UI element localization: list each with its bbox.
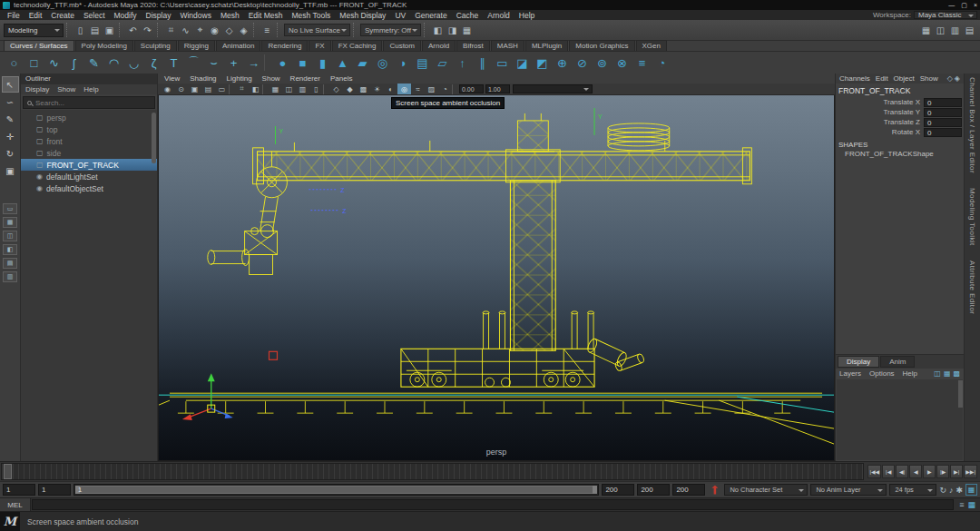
channel-box-menu-item[interactable]: Object — [894, 74, 915, 83]
persp-graph-layout-button[interactable]: ▤ — [3, 258, 17, 269]
layer-editor-tab[interactable]: Display — [838, 356, 879, 368]
separator[interactable] — [277, 23, 281, 37]
film-gate-icon[interactable]: ▯ — [309, 84, 323, 94]
loft-icon[interactable]: ▤ — [413, 54, 432, 72]
view-transform-dropdown[interactable] — [513, 84, 593, 93]
undo-icon[interactable]: ↶ — [126, 24, 140, 37]
menu-item[interactable]: Display — [142, 11, 176, 20]
viewport-menu-item[interactable]: Panels — [330, 74, 352, 83]
sidebar-toggle-icon[interactable]: ▤ — [963, 24, 976, 37]
channel-box-menu-item[interactable]: Channels — [839, 74, 870, 83]
layer-list-scrollbar[interactable] — [958, 380, 963, 408]
construction-history-icon[interactable]: ≡ — [260, 24, 274, 37]
character-set-selector[interactable]: No Character Set — [724, 484, 808, 496]
snap-to-view-plane-icon[interactable]: ◇ — [222, 24, 236, 37]
menu-item[interactable]: Edit — [24, 11, 47, 20]
shelf-tab[interactable]: FX — [309, 40, 330, 51]
new-scene-icon[interactable]: ▯ — [74, 24, 87, 37]
separator[interactable] — [452, 84, 458, 94]
range-end-handle[interactable] — [593, 486, 597, 494]
tab-modeling-toolkit[interactable]: Modeling Toolkit — [968, 188, 976, 246]
insert-isoparm-icon[interactable]: ≡ — [632, 54, 652, 72]
shelf-tab[interactable]: Arnold — [422, 40, 456, 51]
rotate-tool-icon[interactable]: ↻ — [3, 146, 18, 161]
intersect-surfaces-icon[interactable]: ⊗ — [612, 54, 632, 72]
shelf-tab[interactable]: FX Caching — [332, 40, 383, 51]
separator[interactable] — [323, 84, 329, 94]
detach-curves-icon[interactable]: ⌣ — [204, 54, 223, 72]
two-d-pan-zoom-icon[interactable]: ⌗ — [235, 84, 249, 94]
menu-item[interactable]: UV — [390, 11, 410, 20]
outliner-menu-item[interactable]: Show — [57, 85, 75, 93]
shelf-tab[interactable]: Animation — [216, 40, 261, 51]
go-to-start-button[interactable]: |◀◀ — [867, 465, 881, 478]
depth-of-field-icon[interactable]: ◔ — [438, 84, 452, 94]
move-tool-icon[interactable]: ✛ — [3, 129, 18, 143]
menu-item[interactable]: Arnold — [483, 11, 514, 20]
make-live-icon[interactable]: ◈ — [237, 24, 250, 37]
menu-item[interactable]: Mesh Display — [335, 11, 390, 20]
project-curve-icon[interactable]: ⊕ — [553, 54, 572, 72]
pin-channel-box-icon[interactable]: ◈ — [955, 74, 960, 83]
grid-display-icon[interactable]: ▦ — [919, 24, 933, 37]
four-pane-layout-button[interactable]: ▦ — [3, 217, 17, 228]
gamma-field[interactable]: 1.00 — [485, 84, 510, 93]
channel-box-menu-item[interactable]: Edit — [876, 74, 888, 83]
step-back-key-button[interactable]: ◀| — [896, 465, 908, 478]
animation-preferences-icon[interactable]: ▦ — [965, 484, 977, 496]
shelf-tab[interactable]: Poly Modeling — [75, 40, 133, 51]
menu-item[interactable]: Select — [79, 11, 110, 20]
menu-set-selector[interactable]: Modeling — [4, 24, 64, 37]
hypershade-layout-button[interactable]: ▥ — [3, 271, 17, 282]
layer-editor-menu-item[interactable]: Layers — [839, 369, 861, 378]
shelf-tab[interactable]: Curves / Surfaces — [4, 40, 74, 51]
gate-mask-icon[interactable]: ▥ — [296, 84, 309, 94]
workspace-selector[interactable]: Maya Classic — [914, 11, 977, 19]
cv-curve-tool-icon[interactable]: ʃ — [64, 54, 83, 72]
wireframe-icon[interactable]: ◇ — [329, 84, 343, 94]
channel-value-field[interactable]: 0 — [924, 118, 962, 127]
shelf-tab[interactable]: MASH — [491, 40, 524, 51]
menu-item[interactable]: Help — [514, 11, 539, 20]
select-camera-icon[interactable]: ◉ — [161, 84, 174, 94]
field-chart-icon[interactable]: ▦ — [269, 84, 282, 94]
layer-editor-tab[interactable]: Anim — [880, 356, 915, 368]
boundary-icon[interactable]: ▭ — [493, 54, 512, 72]
layer-editor-menu-item[interactable]: Options — [869, 369, 895, 378]
paint-select-tool-icon[interactable]: ✎ — [3, 112, 18, 126]
menu-item[interactable]: Cache — [452, 11, 484, 20]
channel-value-field[interactable]: 0 — [924, 108, 962, 117]
lock-camera-icon[interactable]: ⊙ — [174, 84, 188, 94]
render-settings-icon[interactable]: ▦ — [460, 24, 474, 37]
layer-list[interactable] — [837, 379, 963, 460]
symmetry-selector[interactable]: Symmetry: Off — [360, 24, 421, 36]
current-time-indicator[interactable] — [4, 464, 12, 479]
text-tool-icon[interactable]: T — [164, 54, 183, 72]
auto-keyframe-toggle[interactable] — [708, 483, 721, 497]
shape-node-name[interactable]: FRONT_OF_TRACKShape — [836, 150, 964, 160]
viewport-menu-item[interactable]: Renderer — [290, 74, 320, 83]
viewport-canvas[interactable]: Screen space ambient occlusion — [158, 95, 835, 461]
open-scene-icon[interactable]: ▤ — [88, 24, 102, 37]
motion-blur-icon[interactable]: ≈ — [411, 84, 425, 94]
attach-curves-icon[interactable]: ⌒ — [184, 54, 203, 72]
range-end-field[interactable]: 200 — [637, 484, 670, 496]
two-pane-layout-button[interactable]: ◧ — [3, 244, 17, 255]
outliner-item[interactable]: ▢ side — [21, 147, 157, 159]
menu-item[interactable]: File — [3, 11, 24, 20]
snap-to-grid-icon[interactable]: ⌗ — [164, 24, 178, 37]
menu-item[interactable]: Generate — [410, 11, 451, 20]
menu-item[interactable]: Mesh Tools — [288, 11, 336, 20]
shelf-tab[interactable]: Sculpting — [134, 40, 177, 51]
two-point-arc-tool-icon[interactable]: ◡ — [124, 54, 143, 72]
create-layer-from-selected-icon[interactable]: ▦ — [944, 369, 951, 378]
menu-item[interactable]: Modify — [110, 11, 142, 20]
revolve-icon[interactable]: ◑ — [393, 54, 412, 72]
nurbs-sphere-icon[interactable]: ● — [273, 54, 292, 72]
channel-slider-speed-icon[interactable]: ◇ — [947, 74, 953, 83]
anim-layer-selector[interactable]: No Anim Layer — [810, 484, 887, 496]
select-tool-icon[interactable]: ↖ — [3, 77, 18, 92]
bookmarks-icon[interactable]: ▤ — [201, 84, 215, 94]
menu-item[interactable]: Mesh — [216, 11, 244, 20]
image-plane-icon[interactable]: ▭ — [215, 84, 229, 94]
